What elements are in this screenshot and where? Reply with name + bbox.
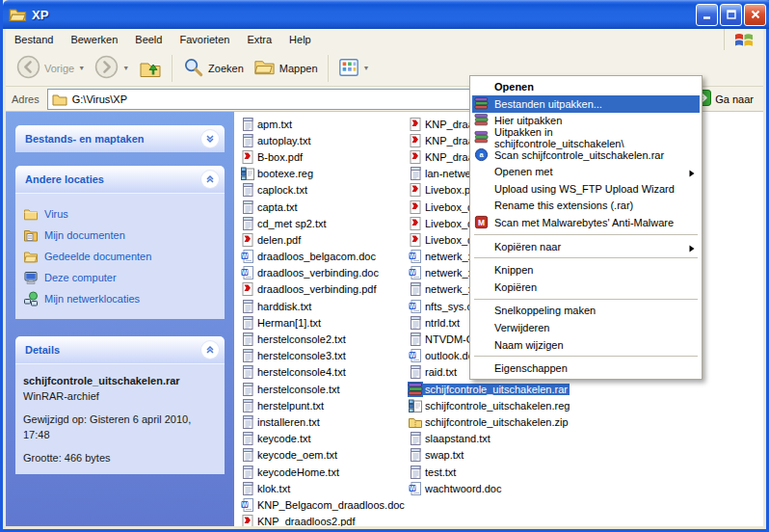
- sidebar-link-label: Mijn netwerklocaties: [44, 293, 140, 305]
- file-item[interactable]: herstelconsole.txt: [240, 381, 407, 397]
- file-name: KNP_draadloos2.pdf: [255, 516, 358, 526]
- maximize-button[interactable]: [720, 4, 742, 26]
- context-menu-item[interactable]: Knippen: [472, 261, 700, 279]
- chevron-up-icon[interactable]: [201, 171, 219, 188]
- minimize-icon: [702, 7, 713, 24]
- panel-other-places: Andere locaties VirusMijn documentenGede…: [15, 166, 225, 319]
- file-item[interactable]: Herman[1].txt: [240, 314, 407, 331]
- file-item[interactable]: WKNP_Belgacom_draadloos.doc: [240, 496, 407, 513]
- menu-separator: [474, 299, 698, 300]
- context-menu-item[interactable]: MScan met Malwarebytes' Anti-Malware: [472, 214, 700, 231]
- file-item[interactable]: herstelpunt.txt: [240, 397, 407, 413]
- context-menu-item[interactable]: Verwijderen: [472, 319, 700, 336]
- file-item[interactable]: KNP_draadloos2.pdf: [240, 514, 407, 527]
- blank-menu-icon-cell: [474, 262, 491, 278]
- menubar-item-bestand[interactable]: Bestand: [6, 31, 62, 48]
- file-item[interactable]: schijfcontrole_uitschakelen.reg: [408, 397, 571, 413]
- panel-details-header[interactable]: Details: [15, 336, 225, 363]
- folders-button[interactable]: Mappen: [249, 54, 323, 82]
- file-item[interactable]: herstelconsole3.txt: [240, 348, 407, 364]
- file-item[interactable]: caplock.txt: [240, 182, 407, 199]
- explorer-window: XP BestandBewerkenBeeldFavorietenExtraHe…: [0, 0, 769, 532]
- panel-other-places-header[interactable]: Andere locaties: [15, 166, 225, 193]
- views-button[interactable]: ▼: [333, 55, 375, 82]
- file-item[interactable]: keycode_oem.txt: [240, 447, 407, 464]
- file-item[interactable]: bootexe.reg: [240, 166, 407, 182]
- file-item[interactable]: keycodeHome.txt: [240, 464, 407, 480]
- back-button[interactable]: Vorige ▼: [12, 53, 90, 83]
- forward-button[interactable]: ▼: [90, 53, 134, 83]
- title-bar[interactable]: XP: [3, 0, 769, 29]
- file-item[interactable]: Wwachtwoord.doc: [408, 480, 571, 496]
- file-name: herstelconsole2.txt: [255, 333, 348, 345]
- sidebar-link-mijn-documenten[interactable]: Mijn documenten: [23, 225, 217, 246]
- context-menu-item[interactable]: Rename this extensions (.rar): [472, 198, 700, 215]
- context-menu: OpenenBestanden uitpakken...Hier uitpakk…: [469, 75, 703, 380]
- file-item[interactable]: swap.txt: [408, 447, 571, 464]
- network-icon: [23, 291, 39, 306]
- file-item[interactable]: apm.txt: [240, 116, 407, 132]
- file-item[interactable]: keycode.txt: [240, 431, 407, 447]
- menubar-item-favorieten[interactable]: Favorieten: [171, 31, 238, 48]
- context-menu-item[interactable]: Naam wijzigen: [472, 336, 700, 354]
- context-menu-item[interactable]: Snelkoppeling maken: [472, 303, 700, 320]
- file-item[interactable]: slaapstand.txt: [408, 431, 571, 447]
- file-item[interactable]: delen.pdf: [240, 231, 407, 248]
- chevron-up-icon[interactable]: [201, 341, 219, 359]
- file-item[interactable]: Wdraadloos_verbinding.doc: [240, 265, 407, 281]
- doc-icon: W: [240, 265, 255, 280]
- file-name: keycode_oem.txt: [255, 449, 339, 461]
- file-item[interactable]: test.txt: [408, 464, 571, 480]
- context-menu-item[interactable]: Kopiëren naar: [472, 238, 700, 255]
- other-places-list: VirusMijn documentenGedeelde documentenD…: [15, 193, 225, 319]
- context-menu-item[interactable]: Upload using WS_FTP Upload Wizard: [472, 180, 700, 198]
- file-item[interactable]: autoplay.txt: [240, 132, 407, 148]
- file-item[interactable]: herstelconsole4.txt: [240, 364, 407, 381]
- file-name: B-box.pdf: [255, 151, 305, 163]
- sidebar-link-deze-computer[interactable]: Deze computer: [23, 267, 217, 288]
- sidebar-link-virus[interactable]: Virus: [23, 203, 217, 225]
- file-item[interactable]: cd_met sp2.txt: [240, 215, 407, 231]
- file-item[interactable]: herstelconsole2.txt: [240, 331, 407, 347]
- svg-text:M: M: [478, 218, 485, 227]
- svg-text:W: W: [410, 302, 416, 308]
- file-item[interactable]: installeren.txt: [240, 413, 407, 430]
- txt-icon: [240, 348, 255, 363]
- context-menu-item[interactable]: Bestanden uitpakken...: [472, 95, 700, 113]
- folder-up-icon: [139, 56, 162, 81]
- file-item[interactable]: draadloos_verbinding.pdf: [240, 281, 407, 298]
- sidebar-link-gedeelde-documenten[interactable]: Gedeelde documenten: [23, 246, 217, 267]
- search-button[interactable]: Zoeken: [177, 54, 249, 82]
- context-menu-item[interactable]: Kopiëren: [472, 279, 700, 296]
- file-name: delen.pdf: [255, 234, 303, 246]
- sidebar-link-mijn-netwerklocaties[interactable]: Mijn netwerklocaties: [23, 288, 217, 309]
- details-modified: Gewijzigd op: Gisteren 6 april 2010,: [23, 412, 217, 426]
- context-menu-item[interactable]: Openen met: [472, 163, 700, 180]
- file-item[interactable]: Wdraadloos_belgacom.doc: [240, 249, 407, 265]
- menubar-item-bewerken[interactable]: Bewerken: [62, 31, 126, 48]
- context-menu-item[interactable]: Openen: [472, 78, 700, 95]
- file-item[interactable]: harddisk.txt: [240, 298, 407, 314]
- context-menu-item[interactable]: aScan schijfcontrole_uitschakelen.rar: [472, 146, 700, 164]
- up-button[interactable]: [134, 54, 167, 83]
- pdf-icon: [408, 117, 423, 132]
- minimize-button[interactable]: [696, 4, 718, 26]
- pdf-icon: [408, 182, 423, 198]
- panel-file-tasks-header[interactable]: Bestands- en maptaken: [15, 125, 225, 152]
- file-name: nfts_sys.c: [423, 301, 474, 312]
- close-button[interactable]: [744, 4, 766, 26]
- file-item[interactable]: schijfcontrole_uitschakelen.zip: [408, 413, 571, 430]
- chevron-down-icon[interactable]: [201, 130, 219, 147]
- context-menu-item[interactable]: Eigenschappen: [472, 359, 700, 377]
- windows-logo: [724, 29, 763, 50]
- context-menu-item[interactable]: Uitpakken in schijfcontrole_uitschakelen…: [472, 129, 700, 146]
- menubar-item-beeld[interactable]: Beeld: [126, 31, 171, 48]
- file-name: netwerk_x: [423, 283, 475, 295]
- menubar-item-extra[interactable]: Extra: [238, 31, 280, 48]
- file-item[interactable]: capta.txt: [240, 199, 407, 215]
- file-item[interactable]: klok.txt: [240, 480, 407, 496]
- file-item[interactable]: B-box.pdf: [240, 148, 407, 165]
- file-item[interactable]: schijfcontrole_uitschakelen.rar: [408, 381, 571, 397]
- views-dropdown-icon: ▼: [363, 65, 370, 71]
- menubar-item-help[interactable]: Help: [280, 31, 320, 48]
